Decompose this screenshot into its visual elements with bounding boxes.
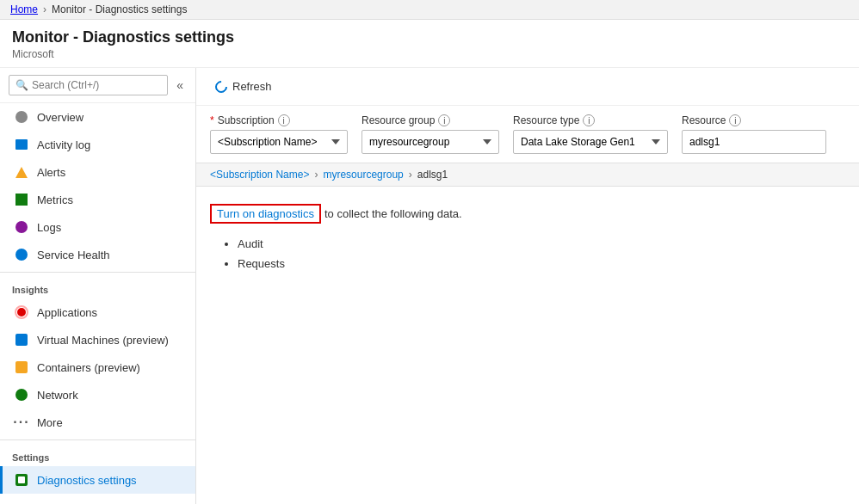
search-input[interactable] <box>9 75 168 95</box>
data-collection-list: Audit Requests <box>210 234 845 274</box>
diagnostics-icon <box>15 473 28 487</box>
list-item-requests: Requests <box>238 254 845 274</box>
page-header: Monitor - Diagnostics settings Microsoft <box>0 20 859 68</box>
sidebar-item-label-logs: Logs <box>37 221 61 234</box>
main-layout: 🔍 « Overview Activity log Alerts Metrics… <box>0 68 859 504</box>
required-star: * <box>210 114 214 126</box>
sidebar-item-label-containers: Containers (preview) <box>37 361 140 374</box>
content-area: Refresh * Subscription i <Subscription N… <box>196 68 859 504</box>
sidebar-item-label-more: More <box>37 416 63 429</box>
logs-icon <box>15 220 28 234</box>
search-icon: 🔍 <box>15 79 28 91</box>
sub-breadcrumb-resource: adlsg1 <box>417 169 448 181</box>
sidebar-item-activity-log[interactable]: Activity log <box>0 131 195 158</box>
sidebar-item-label-service-health: Service Health <box>37 249 110 261</box>
sub-breadcrumb-subscription[interactable]: <Subscription Name> <box>210 169 309 181</box>
settings-section-label: Settings <box>0 444 195 466</box>
resource-filter: Resource i <box>682 114 826 154</box>
resource-input[interactable] <box>682 130 826 154</box>
insights-section-label: Insights <box>0 276 195 298</box>
containers-icon <box>15 360 28 374</box>
sidebar-item-label-applications: Applications <box>37 306 97 319</box>
resource-group-select[interactable]: myresourcegroup <box>362 130 499 154</box>
alerts-icon <box>15 165 28 179</box>
resource-label: Resource i <box>682 114 826 126</box>
sidebar-item-diagnostics-settings[interactable]: Diagnostics settings <box>0 466 195 494</box>
sidebar-item-label-diagnostics: Diagnostics settings <box>37 474 137 487</box>
service-health-icon <box>15 248 28 261</box>
sidebar-divider2 <box>0 439 195 440</box>
sub-breadcrumb: <Subscription Name> › myresourcegroup › … <box>196 163 859 187</box>
resource-group-label: Resource group i <box>362 114 499 126</box>
sidebar: 🔍 « Overview Activity log Alerts Metrics… <box>0 68 196 504</box>
sidebar-item-label-network: Network <box>37 389 78 402</box>
sidebar-item-virtual-machines[interactable]: Virtual Machines (preview) <box>0 326 195 353</box>
page-title: Monitor - Diagnostics settings <box>12 28 847 46</box>
subscription-filter: * Subscription i <Subscription Name> <box>210 114 348 154</box>
breadcrumb-current: Monitor - Diagnostics settings <box>52 3 187 15</box>
vm-icon <box>15 333 28 347</box>
sidebar-item-network[interactable]: Network <box>0 381 195 409</box>
collapse-sidebar-button[interactable]: « <box>173 77 187 94</box>
sidebar-item-label-metrics: Metrics <box>37 194 73 206</box>
toolbar: Refresh <box>196 68 859 106</box>
sidebar-divider1 <box>0 272 195 273</box>
page-subtitle: Microsoft <box>12 48 847 60</box>
sidebar-search-row: 🔍 « <box>0 68 195 103</box>
sidebar-item-label-virtual-machines: Virtual Machines (preview) <box>37 334 169 347</box>
resource-group-info-icon[interactable]: i <box>438 114 450 126</box>
breadcrumb-sep1: › <box>43 3 46 15</box>
filter-bar: * Subscription i <Subscription Name> Res… <box>196 106 859 163</box>
refresh-icon <box>213 78 230 95</box>
resource-group-filter: Resource group i myresourcegroup <box>362 114 499 154</box>
turn-on-description: to collect the following data. <box>324 207 462 220</box>
list-item-audit: Audit <box>238 234 845 254</box>
sub-breadcrumb-sep2: › <box>409 169 412 181</box>
network-icon <box>15 388 28 402</box>
sidebar-item-label-overview: Overview <box>37 111 83 124</box>
sub-breadcrumb-resource-group[interactable]: myresourcegroup <box>323 169 403 181</box>
turn-on-row: Turn on diagnostics to collect the follo… <box>210 204 845 224</box>
turn-on-diagnostics-link[interactable]: Turn on diagnostics <box>210 204 321 224</box>
sidebar-item-more[interactable]: ··· More <box>0 409 195 436</box>
applications-icon <box>15 305 28 319</box>
activity-log-icon <box>15 138 28 151</box>
sidebar-item-label-activity-log: Activity log <box>37 138 90 151</box>
top-breadcrumb: Home › Monitor - Diagnostics settings <box>0 0 859 20</box>
sidebar-item-overview[interactable]: Overview <box>0 103 195 131</box>
sub-breadcrumb-sep1: › <box>314 169 318 181</box>
sidebar-item-label-alerts: Alerts <box>37 166 65 179</box>
sidebar-item-applications[interactable]: Applications <box>0 298 195 326</box>
subscription-select[interactable]: <Subscription Name> <box>210 130 348 154</box>
subscription-info-icon[interactable]: i <box>278 114 290 126</box>
subscription-label: * Subscription i <box>210 114 348 126</box>
resource-type-filter: Resource type i Data Lake Storage Gen1 <box>513 114 668 154</box>
resource-type-info-icon[interactable]: i <box>583 114 595 126</box>
sidebar-item-logs[interactable]: Logs <box>0 213 195 241</box>
content-body: Turn on diagnostics to collect the follo… <box>196 187 859 504</box>
resource-type-label: Resource type i <box>513 114 668 126</box>
resource-info-icon[interactable]: i <box>729 114 741 126</box>
refresh-button[interactable]: Refresh <box>210 77 277 96</box>
refresh-label: Refresh <box>232 80 272 93</box>
metrics-icon <box>15 193 28 206</box>
sidebar-item-service-health[interactable]: Service Health <box>0 241 195 268</box>
resource-type-select[interactable]: Data Lake Storage Gen1 <box>513 130 668 154</box>
sidebar-item-alerts[interactable]: Alerts <box>0 158 195 186</box>
breadcrumb-home[interactable]: Home <box>10 3 38 15</box>
sidebar-item-containers[interactable]: Containers (preview) <box>0 353 195 381</box>
overview-icon <box>15 110 28 124</box>
sidebar-item-metrics[interactable]: Metrics <box>0 186 195 213</box>
more-icon: ··· <box>15 415 28 429</box>
